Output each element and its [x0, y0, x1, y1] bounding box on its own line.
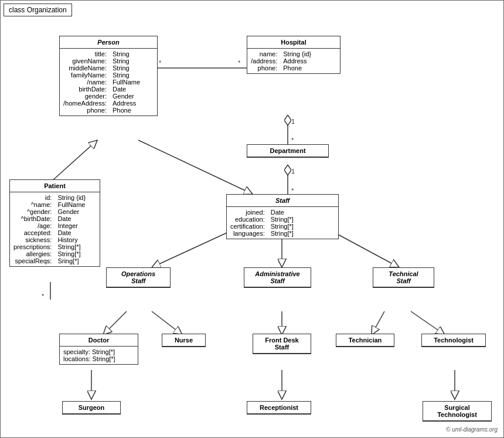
class-patient-attrs: id:^name:^gender:^birthDate:/age:accepte…: [13, 194, 52, 264]
class-doctor-header: Doctor: [60, 334, 138, 347]
class-doctor-body: specialty: String[*]locations: String[*]: [60, 347, 138, 364]
class-administrative-staff: AdministrativeStaff: [244, 267, 311, 288]
class-staff-body: joined:education:certification:languages…: [227, 207, 338, 239]
class-patient-types: String {id}FullNameGenderDateIntegerDate…: [57, 194, 86, 264]
svg-text:*: *: [291, 187, 294, 194]
class-person-header: Person: [60, 36, 157, 49]
class-administrative-staff-header: AdministrativeStaff: [244, 268, 311, 287]
class-nurse: Nurse: [162, 334, 206, 347]
class-staff-types: DateString[*]String[*]String[*]: [271, 209, 294, 237]
class-technical-staff: TechnicalStaff: [373, 267, 434, 288]
class-surgical-technologist-header: SurgicalTechnologist: [423, 402, 491, 421]
svg-line-17: [152, 311, 182, 335]
diagram-container: class Organization * * 1 * 1 *: [0, 0, 504, 438]
diagram-title: class Organization: [4, 4, 72, 16]
class-hospital-types: String {id}AddressPhone: [283, 50, 311, 72]
svg-text:1: 1: [291, 168, 295, 175]
svg-text:*: *: [238, 59, 241, 66]
svg-line-9: [50, 140, 97, 182]
class-patient: Patient id:^name:^gender:^birthDate:/age…: [9, 179, 100, 267]
class-front-desk-staff: Front DeskStaff: [253, 334, 311, 354]
class-surgical-technologist: SurgicalTechnologist: [423, 401, 492, 422]
class-doctor: Doctor specialty: String[*]locations: St…: [59, 334, 138, 365]
class-hospital-body: name:/address:phone: String {id}AddressP…: [247, 49, 340, 73]
svg-line-10: [138, 140, 253, 194]
svg-text:*: *: [42, 293, 45, 300]
class-patient-body: id:^name:^gender:^birthDate:/age:accepte…: [10, 192, 100, 266]
class-operations-staff: OperationsStaff: [106, 267, 171, 288]
class-front-desk-staff-header: Front DeskStaff: [253, 334, 311, 354]
class-staff-header: Staff: [227, 195, 338, 207]
class-technician: Technician: [336, 334, 394, 347]
class-person-body: title:givenName:middleName:familyName:/n…: [60, 49, 157, 116]
class-surgeon-header: Surgeon: [63, 402, 120, 414]
svg-text:*: *: [159, 59, 162, 66]
class-hospital-attrs: name:/address:phone:: [251, 50, 277, 72]
class-person-types: StringStringStringStringFullNameDateGend…: [113, 50, 140, 114]
class-operations-staff-header: OperationsStaff: [107, 268, 170, 287]
class-person: Person title:givenName:middleName:family…: [59, 36, 158, 116]
class-hospital: Hospital name:/address:phone: String {id…: [247, 36, 340, 74]
class-staff: Staff joined:education:certification:lan…: [226, 194, 339, 239]
class-patient-header: Patient: [10, 180, 100, 192]
class-receptionist: Receptionist: [247, 401, 311, 415]
class-technologist: Technologist: [421, 334, 486, 347]
class-technical-staff-header: TechnicalStaff: [373, 268, 434, 287]
svg-text:1: 1: [291, 118, 295, 125]
class-technologist-header: Technologist: [422, 334, 485, 347]
svg-line-16: [103, 311, 127, 335]
svg-line-20: [411, 311, 445, 335]
copyright: © uml-diagrams.org: [446, 426, 498, 433]
class-hospital-header: Hospital: [247, 36, 340, 49]
class-receptionist-header: Receptionist: [247, 402, 311, 414]
class-person-attrs: title:givenName:middleName:familyName:/n…: [63, 50, 107, 114]
class-department: Department: [247, 144, 329, 158]
class-technician-header: Technician: [336, 334, 394, 347]
class-staff-attrs: joined:education:certification:languages…: [230, 209, 265, 237]
class-surgeon: Surgeon: [62, 401, 121, 415]
class-department-header: Department: [247, 145, 328, 157]
svg-text:*: *: [291, 137, 294, 144]
svg-line-19: [372, 311, 384, 335]
class-nurse-header: Nurse: [162, 334, 205, 347]
